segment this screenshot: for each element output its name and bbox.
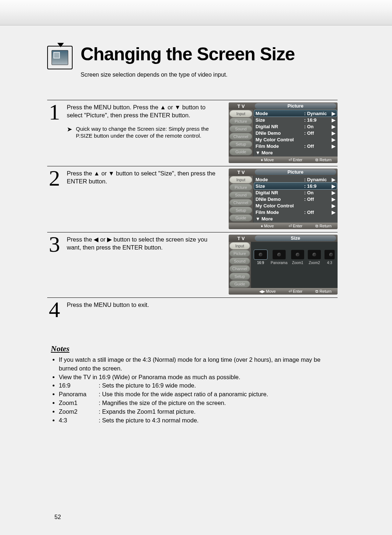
size-opt-169: 16:9 [254,250,267,265]
osd-item-more: ▼ More [254,149,337,156]
step-3: 3 Press the ◀ or ▶ button to select the … [47,232,338,298]
step-3-text: Press the ◀ or ▶ button to select the sc… [67,235,222,295]
tab-setup: Setup [229,141,252,148]
step-2: 2 Press the ▲ or ▼ button to select "Siz… [47,166,338,232]
osd-item-film: Film Mode: Off▶ [254,143,337,149]
osd-item-dnr: Digital NR: On▶ [254,123,337,130]
size-opt-43: 4:3 [324,250,335,265]
tab-input: Input [229,110,252,117]
note-item: If you watch a still image or the 4:3 (N… [59,356,338,373]
note-item: Zoom1: Magnifies the size of the picture… [59,399,338,408]
size-opt-panorama: Panorama [271,250,287,265]
step-number-4: 4 [47,300,62,319]
note-item: Zoom2: Expands the Zoom1 format picture. [59,408,338,416]
step-4: 4 Press the MENU button to exit. [47,298,338,322]
osd-picture-2: T VPicture Input Picture Sound Channel S… [229,169,338,229]
section-icon [47,46,73,69]
step-number-1: 1 [47,102,62,163]
down-arrow-icon: ▼ [175,104,180,110]
osd-sidebar: Input Picture Sound Channel Setup Guide [229,110,253,157]
header-bar [0,0,392,25]
up-arrow-icon: ▲ [94,170,99,177]
page-number: 52 [54,514,61,520]
osd-item-size: Size: 16:9▶ [254,117,337,123]
osd-item-size-hl: Size: 16:9▶ [254,183,337,189]
tab-sound: Sound [229,125,252,133]
note-item: Panorama: Use this mode for the wide asp… [59,390,338,399]
step-number-3: 3 [47,235,62,295]
page-content: Changing the Screen Size Screen size sel… [0,25,392,425]
down-arrow-icon: ▼ [108,170,114,177]
step-1: 1 Press the MENU button. Press the ▲ or … [47,100,338,166]
steps-list: 1 Press the MENU button. Press the ▲ or … [47,100,338,298]
note-item: 16:9: Sets the picture to 16:9 wide mode… [59,381,338,390]
pointer-icon: ➤ [67,125,72,133]
tab-channel: Channel [229,133,252,140]
page-subtitle: Screen size selection depends on the typ… [81,72,338,78]
osd-item-dnie: DNIe Demo: Off▶ [254,130,337,136]
step-2-text: Press the ▲ or ▼ button to select "Size"… [67,169,222,229]
page-title: Changing the Screen Size [81,44,295,65]
step-1-text: Press the MENU button. Press the ▲ or ▼ … [67,102,222,163]
size-opt-zoom1: Zoom1 [291,250,304,265]
osd-item-mode: Mode: Dynamic▶ [254,110,337,117]
notes-heading: Notes [51,344,338,353]
osd-picture-1: T VPicture Input Picture Sound Channel S… [229,102,338,163]
osd-item-mcc: My Color Control▶ [254,136,337,143]
notes-section: Notes If you watch a still image or the … [47,344,338,425]
tab-picture: Picture [229,118,252,125]
up-arrow-icon: ▲ [160,104,166,110]
note-item: 4:3: Sets the picture to 4:3 normal mode… [59,416,338,425]
size-opt-zoom2: Zoom2 [308,250,321,265]
step-number-2: 2 [47,169,62,229]
tab-guide: Guide [229,148,252,155]
step-1-quicktip: Quick way to change the Screen size: Sim… [76,125,222,139]
right-arrow-icon: ▶ [107,236,112,243]
left-arrow-icon: ◀ [94,236,98,243]
step-4-text: Press the MENU button to exit. [67,300,338,319]
osd-size: T VSize Input Picture Sound Channel Setu… [229,235,338,295]
note-item: View the TV in 16:9 (Wide) or Panorama m… [59,373,338,382]
